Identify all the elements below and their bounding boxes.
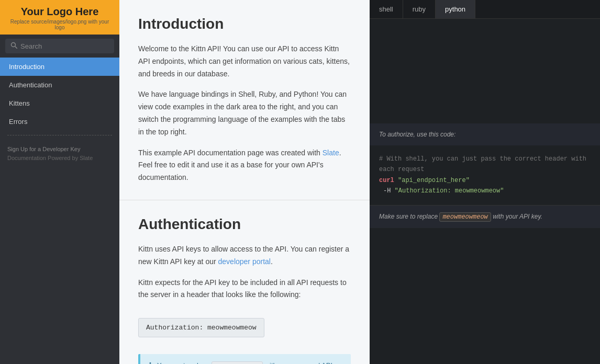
logo-title: Your Logo Here: [7, 5, 112, 18]
shell-comment: # With shell, you can just pass the corr…: [379, 154, 591, 175]
code-panel: shell ruby python To authorize, use this…: [370, 0, 600, 364]
curl-cmd: curl: [379, 177, 394, 184]
curl-url: "api_endpoint_here": [398, 177, 470, 184]
authentication-title: Authentication: [138, 216, 351, 233]
sidebar-divider: [7, 135, 112, 135]
slate-link[interactable]: Slate: [323, 149, 339, 157]
svg-line-1: [15, 47, 17, 49]
intro-code-spacer: [370, 19, 600, 123]
sidebar-item-introduction[interactable]: Introduction: [0, 58, 119, 76]
intro-para3: This example API documentation page was …: [138, 147, 351, 184]
svg-point-0: [12, 43, 16, 47]
curl-header-line: -H "Authorization: meowmeowmeow": [379, 186, 591, 196]
content-panel: Introduction Welcome to the Kittn API! Y…: [119, 0, 370, 364]
make-sure-note: Make sure to replace meowmeowmeow with y…: [370, 206, 600, 228]
info-box-text: You must replace meowmeowmeow with your …: [157, 360, 342, 364]
introduction-section: Introduction Welcome to the Kittn API! Y…: [119, 0, 370, 200]
sidebar-item-kittens[interactable]: Kittens: [0, 94, 119, 112]
search-input[interactable]: [20, 42, 109, 50]
make-sure-code: meowmeowmeow: [439, 212, 491, 222]
intro-para2: We have language bindings in Shell, Ruby…: [138, 88, 351, 138]
auth-para2: Kittn expects for the API key to be incl…: [138, 277, 351, 302]
shell-code-snippet: # With shell, you can just pass the corr…: [370, 145, 600, 205]
auth-para1: Kittn uses API keys to allow access to t…: [138, 243, 351, 268]
make-sure-before: Make sure to replace: [379, 213, 438, 220]
make-sure-after: with your API key.: [493, 213, 542, 220]
info-text-before: You must replace: [157, 361, 209, 364]
logo-area: Your Logo Here Replace source/images/log…: [0, 0, 119, 35]
sidebar-footer: Sign Up for a Developer Key Documentatio…: [0, 140, 119, 167]
introduction-title: Introduction: [138, 16, 351, 32]
curl-auth: "Authorization: meowmeowmeow": [395, 187, 504, 195]
auth-code-note: To authorize, use this code:: [370, 123, 600, 145]
info-box: ℹ You must replace meowmeowmeow with you…: [138, 354, 351, 364]
curl-flag: -H: [379, 187, 391, 195]
footer-powered-by: Documentation Powered by Slate: [7, 155, 93, 161]
info-code: meowmeowmeow: [212, 361, 263, 364]
info-icon: ℹ: [149, 361, 152, 364]
main-area: Introduction Welcome to the Kittn API! Y…: [119, 0, 600, 364]
developer-portal-link[interactable]: developer portal: [218, 257, 271, 266]
auth-para1-end: .: [271, 257, 273, 266]
sidebar-item-errors[interactable]: Errors: [0, 112, 119, 131]
sidebar: Your Logo Here Replace source/images/log…: [0, 0, 119, 364]
search-icon: [10, 42, 17, 50]
auth-code-block: Authorization: meowmeowmeow: [138, 318, 264, 337]
sidebar-item-authentication[interactable]: Authentication: [0, 76, 119, 94]
intro-para3-before: This example API documentation page was …: [138, 149, 320, 157]
lang-tabs: shell ruby python: [370, 0, 600, 19]
curl-line: curl "api_endpoint_here": [379, 175, 591, 186]
logo-subtitle: Replace source/images/logo.png with your…: [7, 19, 112, 30]
search-box[interactable]: [5, 39, 114, 53]
tab-ruby[interactable]: ruby: [403, 0, 436, 18]
intro-para1: Welcome to the Kittn API! You can use ou…: [138, 43, 351, 80]
authentication-section: Authentication Kittn uses API keys to al…: [119, 200, 370, 364]
tab-python[interactable]: python: [436, 0, 475, 18]
footer-dev-key[interactable]: Sign Up for a Developer Key: [7, 146, 80, 152]
tab-shell[interactable]: shell: [370, 0, 403, 18]
